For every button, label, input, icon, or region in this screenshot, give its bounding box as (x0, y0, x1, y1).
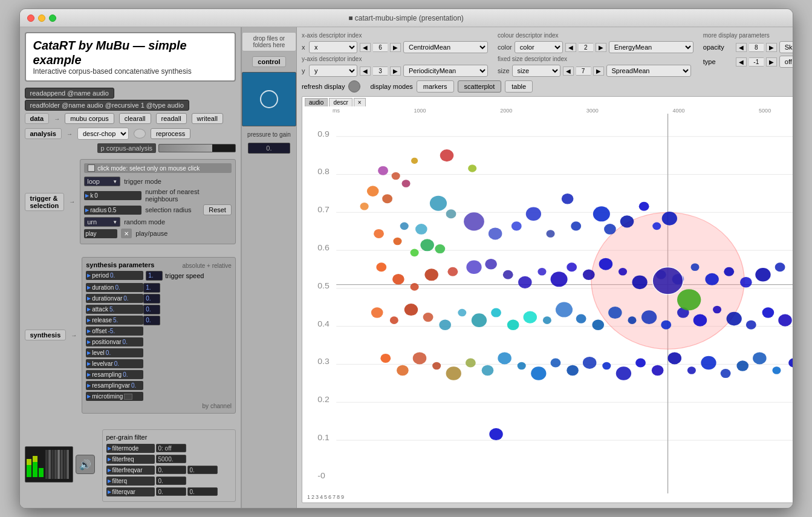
durationvar-input[interactable]: ▶ durationvar 0. (86, 294, 143, 303)
filterqvar-input[interactable]: ▶ filterqvar (106, 487, 155, 496)
trigger-speed-label: trigger speed (165, 272, 204, 279)
colour-dropdown[interactable]: color (515, 41, 563, 53)
progress-fill (159, 145, 212, 152)
filterfreq-input[interactable]: ▶ filterfreq (106, 455, 155, 464)
colour-descriptor-dropdown[interactable]: EnergyMean (609, 41, 693, 53)
svg-point-53 (420, 239, 434, 251)
period-input[interactable]: ▶ period 0. (86, 271, 143, 280)
filterq-name: filterq (112, 478, 127, 484)
synth-row-resamplingvar: ▶ resamplingvar 0. (86, 381, 232, 391)
reprocess-button[interactable]: reprocess (151, 128, 190, 139)
tab-close[interactable]: × (354, 98, 366, 106)
trigger-dropdown-arrow: ▼ (112, 179, 117, 184)
release-input[interactable]: ▶ release 5. (86, 316, 143, 325)
tab-audio[interactable]: audio (305, 98, 328, 106)
x-index-minus[interactable]: ◀ (360, 43, 371, 52)
level-input[interactable]: ▶ level 0. (86, 348, 143, 357)
type-plus[interactable]: ▶ (766, 57, 777, 67)
colour-index-minus[interactable]: ◀ (565, 43, 576, 52)
svg-point-113 (713, 306, 721, 314)
display-modes-group: display modes markers scatterplot table (370, 80, 533, 93)
opacity-plus[interactable]: ▶ (766, 43, 777, 52)
refresh-button[interactable] (348, 80, 360, 93)
preview-display[interactable] (242, 72, 296, 126)
click-mode-checkbox[interactable] (88, 164, 95, 172)
filterq-input[interactable]: ▶ filterq (106, 476, 155, 486)
positionvar-input[interactable]: ▶ positionvar 0. (86, 337, 143, 346)
trigger-mode-dropdown[interactable]: loop ▼ (84, 177, 120, 186)
size-index-minus[interactable]: ◀ (563, 67, 574, 76)
offset-input[interactable]: ▶ offset -5. (86, 327, 143, 336)
scatter-plot-area[interactable]: audio descr × ms 1000 2000 3000 4000 500… (302, 96, 793, 503)
table-button[interactable]: table (505, 80, 533, 93)
readall-button[interactable]: readall (156, 113, 187, 124)
opacity-minus[interactable]: ◀ (736, 43, 747, 52)
random-mode-dropdown[interactable]: urn ▼ (84, 217, 120, 227)
size-descriptor-dropdown[interactable]: SpreadMean (606, 65, 691, 77)
click-mode-text: click mode: select only on mouse click (97, 165, 200, 172)
microtiming-checkbox[interactable] (124, 394, 132, 400)
svg-point-68 (662, 212, 677, 226)
svg-point-90 (740, 277, 752, 288)
attack-input[interactable]: ▶ attack 5. (86, 305, 143, 314)
filterfreqvar-input[interactable]: ▶ filterfreqvar (106, 466, 155, 475)
svg-rect-2 (27, 459, 31, 465)
svg-point-47 (430, 196, 447, 211)
random-dropdown-arrow: ▼ (112, 219, 117, 225)
size-index-plus[interactable]: ▶ (593, 67, 604, 76)
svg-point-77 (518, 276, 531, 288)
analysis-dropdown[interactable]: descr-chop (77, 128, 129, 140)
speaker-button[interactable]: 🔊 (76, 455, 95, 474)
svg-rect-7 (39, 468, 44, 477)
x-axis-dropdown[interactable]: x (309, 41, 357, 53)
type-row: type ◀ -1 ▶ off (703, 56, 793, 68)
minimize-button[interactable] (38, 15, 45, 22)
traffic-lights (27, 15, 56, 22)
duration-input[interactable]: ▶ duration 0. (86, 283, 143, 292)
filter-row-filterfreq: ▶ filterfreq 5000. (106, 454, 232, 464)
y-axis-dropdown[interactable]: y (309, 65, 357, 77)
writeall-button[interactable]: writeall (192, 113, 223, 124)
pagination: 123456789 (307, 494, 344, 500)
colour-index-plus[interactable]: ▶ (596, 43, 606, 52)
svg-point-117 (778, 314, 791, 327)
y-descriptor-dropdown[interactable]: PeriodicityMean (403, 65, 488, 77)
levelvar-input[interactable]: ▶ levelvar 0. (86, 359, 143, 368)
play-val: play (85, 230, 96, 237)
svg-point-91 (755, 268, 770, 282)
y-index-value: 3 (373, 67, 388, 76)
x-index-plus[interactable]: ▶ (390, 43, 401, 52)
drop-files-box[interactable]: drop files or folders here (242, 32, 296, 51)
reset-button[interactable]: Reset (203, 204, 232, 215)
pressure-value[interactable]: 0. (248, 143, 290, 154)
filter-row-filterfreqvar: ▶ filterfreqvar 0. 0. (106, 465, 232, 475)
readappend-button[interactable]: readappend @name audio (25, 88, 114, 99)
size-dropdown[interactable]: size (512, 65, 560, 77)
opacity-descriptor-dropdown[interactable]: SkewnessMean (779, 41, 793, 53)
y-index-minus[interactable]: ◀ (360, 67, 371, 76)
opacity-row: opacity ◀ 8 ▶ SkewnessMean (703, 41, 793, 53)
clearall-button[interactable]: clearall (119, 113, 151, 124)
mubu-corpus-button[interactable]: mubu corpus (65, 113, 114, 124)
tab-descr[interactable]: descr (329, 98, 352, 106)
resamplingvar-input[interactable]: ▶ resamplingvar 0. (86, 381, 143, 390)
svg-point-102 (523, 311, 536, 324)
scatterplot-button[interactable]: scatterplot (458, 80, 502, 93)
markers-button[interactable]: markers (417, 80, 454, 93)
maximize-button[interactable] (49, 15, 56, 22)
play-x-button[interactable]: ✕ (121, 229, 132, 238)
y-index-plus[interactable]: ▶ (390, 67, 401, 76)
svg-point-143 (788, 358, 793, 367)
close-button[interactable] (27, 15, 34, 22)
positionvar-abs: 0. (123, 339, 128, 345)
type-descriptor-dropdown[interactable]: off (779, 56, 793, 68)
svg-point-73 (447, 267, 458, 276)
synth-row-offset: ▶ offset -5. (86, 327, 232, 336)
x-descriptor-dropdown[interactable]: CentroidMean (403, 41, 488, 53)
readfolder-button[interactable]: readfolder @name audio @recursive 1 @typ… (25, 100, 189, 111)
microtiming-input[interactable]: ▶ microtiming (86, 392, 143, 401)
filtermode-input[interactable]: ▶ filtermode (106, 444, 155, 453)
analysis-toggle[interactable] (134, 129, 146, 138)
type-minus[interactable]: ◀ (736, 57, 747, 67)
resampling-input[interactable]: ▶ resampling 0. (86, 370, 143, 379)
